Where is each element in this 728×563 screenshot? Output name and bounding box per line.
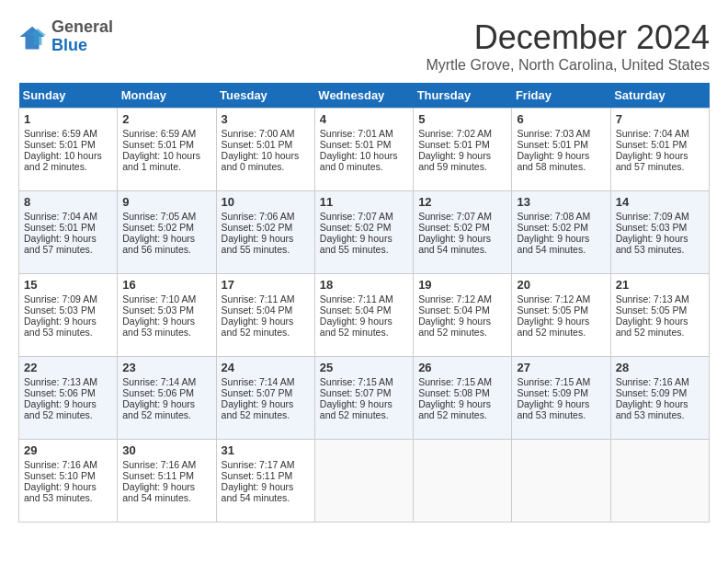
calendar-cell — [512, 440, 610, 523]
daylight-text: Daylight: 9 hours and 52 minutes. — [222, 398, 294, 420]
daylight-text: Daylight: 9 hours and 57 minutes. — [616, 150, 688, 172]
calendar-cell: 19Sunrise: 7:12 AMSunset: 5:04 PMDayligh… — [414, 274, 512, 357]
daylight-text: Daylight: 9 hours and 52 minutes. — [320, 316, 392, 338]
daylight-text: Daylight: 9 hours and 53 minutes. — [122, 316, 195, 338]
sunset-text: Sunset: 5:05 PM — [616, 304, 688, 316]
day-number: 15 — [24, 278, 112, 292]
sunrise-text: Sunrise: 7:13 AM — [616, 293, 689, 304]
sunrise-text: Sunrise: 7:04 AM — [24, 211, 97, 222]
daylight-text: Daylight: 9 hours and 54 minutes. — [222, 481, 294, 503]
day-number: 10 — [222, 195, 310, 209]
weekday-header: Monday — [118, 83, 216, 109]
sunrise-text: Sunrise: 7:15 AM — [320, 376, 393, 387]
month-title: December 2024 — [426, 18, 710, 57]
calendar-cell: 13Sunrise: 7:08 AMSunset: 5:02 PMDayligh… — [512, 191, 610, 274]
daylight-text: Daylight: 9 hours and 55 minutes. — [222, 233, 294, 255]
day-number: 28 — [616, 361, 704, 374]
sunset-text: Sunset: 5:02 PM — [517, 222, 588, 233]
daylight-text: Daylight: 9 hours and 55 minutes. — [320, 233, 392, 255]
sunset-text: Sunset: 5:01 PM — [122, 139, 194, 150]
location: Myrtle Grove, North Carolina, United Sta… — [426, 57, 710, 74]
sunrise-text: Sunrise: 6:59 AM — [122, 128, 196, 139]
logo-icon — [18, 23, 46, 51]
day-number: 4 — [320, 112, 408, 126]
daylight-text: Daylight: 9 hours and 54 minutes. — [517, 233, 589, 255]
day-number: 17 — [222, 278, 310, 292]
daylight-text: Daylight: 10 hours and 1 minute. — [122, 150, 200, 172]
weekday-header: Tuesday — [216, 83, 314, 109]
calendar-cell: 1Sunrise: 6:59 AMSunset: 5:01 PMDaylight… — [19, 109, 118, 191]
daylight-text: Daylight: 9 hours and 54 minutes. — [418, 233, 491, 255]
logo: General Blue — [18, 18, 113, 55]
sunrise-text: Sunrise: 7:05 AM — [122, 211, 196, 222]
sunset-text: Sunset: 5:03 PM — [24, 304, 96, 316]
sunset-text: Sunset: 5:02 PM — [320, 222, 392, 233]
calendar-cell: 21Sunrise: 7:13 AMSunset: 5:05 PMDayligh… — [610, 274, 709, 357]
daylight-text: Daylight: 9 hours and 52 minutes. — [24, 398, 97, 420]
day-number: 27 — [517, 361, 605, 374]
calendar-body: 1Sunrise: 6:59 AMSunset: 5:01 PMDaylight… — [19, 109, 710, 523]
sunrise-text: Sunrise: 7:14 AM — [222, 376, 295, 387]
sunset-text: Sunset: 5:04 PM — [222, 304, 293, 316]
calendar-cell — [610, 440, 709, 523]
day-number: 23 — [122, 361, 210, 374]
sunrise-text: Sunrise: 7:07 AM — [320, 211, 393, 222]
daylight-text: Daylight: 9 hours and 53 minutes. — [616, 398, 688, 420]
calendar-cell: 24Sunrise: 7:14 AMSunset: 5:07 PMDayligh… — [216, 357, 314, 440]
sunset-text: Sunset: 5:11 PM — [222, 470, 293, 481]
weekday-header: Sunday — [19, 83, 118, 109]
daylight-text: Daylight: 9 hours and 52 minutes. — [418, 398, 491, 420]
calendar-cell: 23Sunrise: 7:14 AMSunset: 5:06 PMDayligh… — [118, 357, 216, 440]
calendar-cell: 17Sunrise: 7:11 AMSunset: 5:04 PMDayligh… — [216, 274, 314, 357]
sunset-text: Sunset: 5:01 PM — [320, 139, 392, 150]
daylight-text: Daylight: 10 hours and 0 minutes. — [320, 150, 398, 172]
sunset-text: Sunset: 5:11 PM — [122, 470, 194, 481]
sunrise-text: Sunrise: 7:16 AM — [122, 459, 196, 470]
sunset-text: Sunset: 5:01 PM — [418, 139, 490, 150]
sunset-text: Sunset: 5:02 PM — [418, 222, 490, 233]
day-number: 18 — [320, 278, 408, 292]
sunrise-text: Sunrise: 7:04 AM — [616, 128, 689, 139]
day-number: 3 — [222, 112, 310, 126]
calendar-cell: 11Sunrise: 7:07 AMSunset: 5:02 PMDayligh… — [314, 191, 413, 274]
sunrise-text: Sunrise: 7:01 AM — [320, 128, 393, 139]
sunrise-text: Sunrise: 7:02 AM — [418, 128, 492, 139]
sunrise-text: Sunrise: 7:09 AM — [24, 293, 97, 304]
sunset-text: Sunset: 5:03 PM — [616, 222, 688, 233]
day-number: 5 — [418, 112, 506, 126]
calendar-cell: 2Sunrise: 6:59 AMSunset: 5:01 PMDaylight… — [118, 109, 216, 191]
sunset-text: Sunset: 5:01 PM — [517, 139, 588, 150]
page-header: General Blue December 2024 Myrtle Grove,… — [18, 18, 710, 74]
calendar-cell: 15Sunrise: 7:09 AMSunset: 5:03 PMDayligh… — [19, 274, 118, 357]
daylight-text: Daylight: 9 hours and 53 minutes. — [517, 398, 589, 420]
sunset-text: Sunset: 5:02 PM — [222, 222, 293, 233]
daylight-text: Daylight: 9 hours and 54 minutes. — [122, 481, 195, 503]
sunrise-text: Sunrise: 7:08 AM — [517, 211, 590, 222]
day-number: 11 — [320, 195, 408, 209]
weekday-header: Thursday — [414, 83, 512, 109]
daylight-text: Daylight: 9 hours and 53 minutes. — [24, 481, 97, 503]
sunrise-text: Sunrise: 7:10 AM — [122, 293, 196, 304]
calendar-cell: 30Sunrise: 7:16 AMSunset: 5:11 PMDayligh… — [118, 440, 216, 523]
sunset-text: Sunset: 5:07 PM — [320, 387, 392, 398]
day-number: 1 — [24, 112, 112, 126]
day-number: 14 — [616, 195, 704, 209]
sunset-text: Sunset: 5:01 PM — [24, 222, 96, 233]
daylight-text: Daylight: 9 hours and 57 minutes. — [24, 233, 97, 255]
day-number: 29 — [24, 443, 112, 457]
daylight-text: Daylight: 9 hours and 59 minutes. — [418, 150, 491, 172]
daylight-text: Daylight: 9 hours and 52 minutes. — [616, 316, 688, 338]
calendar-cell: 14Sunrise: 7:09 AMSunset: 5:03 PMDayligh… — [610, 191, 709, 274]
day-number: 22 — [24, 361, 112, 374]
calendar-cell: 26Sunrise: 7:15 AMSunset: 5:08 PMDayligh… — [414, 357, 512, 440]
calendar-cell: 25Sunrise: 7:15 AMSunset: 5:07 PMDayligh… — [314, 357, 413, 440]
weekday-header: Wednesday — [314, 83, 413, 109]
calendar-cell: 20Sunrise: 7:12 AMSunset: 5:05 PMDayligh… — [512, 274, 610, 357]
calendar-cell — [314, 440, 413, 523]
day-number: 25 — [320, 361, 408, 374]
day-number: 6 — [517, 112, 605, 126]
calendar-cell: 18Sunrise: 7:11 AMSunset: 5:04 PMDayligh… — [314, 274, 413, 357]
sunset-text: Sunset: 5:07 PM — [222, 387, 293, 398]
daylight-text: Daylight: 9 hours and 52 minutes. — [222, 316, 294, 338]
calendar-cell: 9Sunrise: 7:05 AMSunset: 5:02 PMDaylight… — [118, 191, 216, 274]
